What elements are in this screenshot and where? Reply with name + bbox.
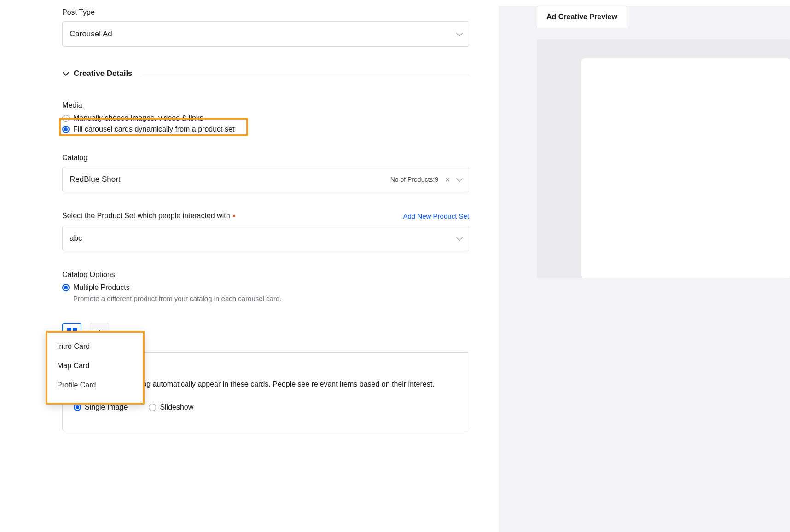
radio-selected-icon — [62, 126, 70, 133]
radio-selected-icon — [62, 284, 70, 291]
chevron-down-icon — [456, 175, 463, 182]
preview-body — [537, 39, 790, 278]
card-single-label: Single Image — [85, 403, 128, 411]
product-set-value: abc — [70, 234, 457, 243]
post-type-value: Carousel Ad — [70, 29, 457, 39]
creative-details-toggle[interactable]: Creative Details — [62, 69, 469, 78]
card-image-type-single[interactable]: Single Image — [74, 403, 128, 411]
catalog-select[interactable]: RedBlue Short No of Products:9 ✕ — [62, 167, 469, 192]
radio-icon — [62, 115, 70, 122]
catalog-count: No of Products:9 — [390, 176, 438, 183]
catalog-option-multiple-desc: Promote a different product from your ca… — [73, 295, 469, 302]
media-label: Media — [62, 101, 469, 110]
required-dot-icon — [233, 215, 235, 217]
catalog-value: RedBlue Short — [70, 175, 390, 184]
radio-selected-icon — [74, 404, 81, 411]
creative-details-title: Creative Details — [74, 69, 133, 78]
preview-panel: Ad Creative Preview — [499, 6, 790, 532]
divider — [142, 74, 469, 74]
chevron-down-icon — [456, 30, 463, 36]
product-set-label: Select the Product Set which people inte… — [62, 212, 235, 220]
add-card-menu: Intro Card Map Card Profile Card — [46, 331, 144, 404]
radio-icon — [149, 404, 156, 411]
media-manual-label: Manually choose images, videos & links — [73, 114, 203, 122]
catalog-options-label: Catalog Options — [62, 271, 469, 279]
media-radio-dynamic[interactable]: Fill carousel cards dynamically from a p… — [62, 125, 469, 133]
menu-profile-card[interactable]: Profile Card — [46, 376, 144, 395]
media-radio-manual[interactable]: Manually choose images, videos & links — [62, 114, 469, 122]
post-type-select[interactable]: Carousel Ad — [62, 21, 469, 47]
catalog-option-multiple[interactable]: Multiple Products — [62, 283, 469, 292]
post-type-label: Post Type — [62, 8, 469, 17]
catalog-option-multiple-label: Multiple Products — [73, 283, 130, 292]
product-set-select[interactable]: abc — [62, 226, 469, 251]
preview-tab[interactable]: Ad Creative Preview — [537, 6, 627, 28]
media-dynamic-label: Fill carousel cards dynamically from a p… — [73, 125, 234, 133]
catalog-label: Catalog — [62, 154, 469, 162]
menu-map-card[interactable]: Map Card — [46, 356, 144, 376]
clear-icon[interactable]: ✕ — [445, 176, 451, 183]
card-image-type-slideshow[interactable]: Slideshow — [149, 403, 193, 411]
chevron-down-icon — [63, 69, 69, 76]
add-product-set-link[interactable]: Add New Product Set — [403, 212, 469, 220]
preview-inner — [581, 58, 790, 278]
card-slideshow-label: Slideshow — [160, 403, 193, 411]
menu-intro-card[interactable]: Intro Card — [46, 337, 144, 356]
chevron-down-icon — [456, 234, 463, 241]
